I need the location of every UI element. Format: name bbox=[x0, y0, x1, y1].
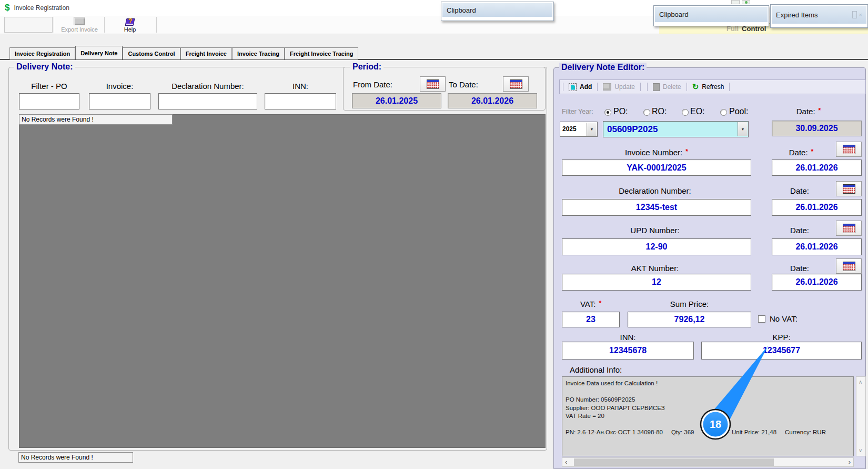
window-control-button[interactable] bbox=[731, 0, 740, 4]
info-line: Invoice Data used for Calculation ! bbox=[566, 380, 850, 388]
info-horizontal-scrollbar[interactable]: ‹ › bbox=[562, 457, 854, 467]
eo-radio[interactable] bbox=[682, 109, 689, 116]
upd-date-calendar-button[interactable] bbox=[836, 221, 862, 236]
akt-number-input[interactable]: 12 bbox=[562, 274, 751, 291]
help-button[interactable]: ? Help bbox=[106, 17, 154, 33]
scroll-left-icon[interactable]: ‹ bbox=[565, 458, 567, 466]
ro-radio[interactable] bbox=[643, 109, 650, 116]
upd-date-input[interactable]: 26.01.2026 bbox=[772, 238, 862, 255]
vat-input[interactable]: 23 bbox=[562, 312, 620, 327]
inn-input[interactable]: 12345678 bbox=[562, 342, 694, 360]
records-grid[interactable] bbox=[19, 114, 546, 448]
delivery-note-group: Delivery Note: Filter - PO Invoice: Decl… bbox=[8, 67, 547, 451]
delete-label: Delete bbox=[663, 83, 681, 91]
pool-radio-label: Pool: bbox=[729, 107, 748, 116]
additional-info-textarea[interactable]: Invoice Data used for Calculation ! PO N… bbox=[562, 376, 854, 456]
info-line bbox=[566, 421, 850, 429]
ro-radio-label: RO: bbox=[652, 107, 667, 116]
declaration-date-input[interactable]: 26.01.2026 bbox=[772, 199, 862, 216]
help-label: Help bbox=[124, 26, 136, 33]
window-title: Invoice Registration bbox=[14, 4, 69, 12]
tab-freight-invoice[interactable]: Freight Invoice bbox=[180, 47, 232, 59]
invoice-filter-input[interactable] bbox=[89, 93, 150, 109]
from-date-calendar-button[interactable] bbox=[420, 76, 446, 92]
clipboard-panel[interactable]: Clipboard bbox=[441, 2, 554, 21]
to-date-value[interactable]: 26.01.2026 bbox=[448, 93, 537, 108]
tab-freight-invoice-tracing[interactable]: Freight Invoice Tracing bbox=[285, 47, 358, 59]
window-control-button[interactable] bbox=[742, 0, 750, 4]
scroll-up-icon[interactable]: ∧ bbox=[859, 378, 862, 386]
update-button[interactable]: Update bbox=[601, 83, 637, 91]
delete-button[interactable]: Delete bbox=[651, 83, 683, 91]
add-button[interactable]: Add bbox=[567, 83, 594, 91]
calendar-icon bbox=[843, 224, 855, 233]
info-line: Supplier: ООО РАПАРТ СЕРВИСЕЗ bbox=[566, 404, 850, 413]
akt-number-label: AKT Number: bbox=[562, 264, 751, 273]
declaration-number-label: Declaration Number: bbox=[562, 186, 751, 195]
divider bbox=[104, 17, 105, 33]
clipboard-panel-2[interactable]: Clipboard bbox=[653, 5, 769, 26]
info-vertical-scrollbar[interactable]: ∧ ∨ bbox=[856, 376, 866, 456]
invoice-date-calendar-button[interactable] bbox=[836, 142, 862, 157]
declaration-date-calendar-button[interactable] bbox=[836, 181, 862, 196]
divider bbox=[729, 83, 730, 91]
info-line: PN: 2.6-12-Ан.Окс-ОСТ 1 34098-80 Qty: 36… bbox=[566, 428, 850, 437]
no-vat-label: No VAT: bbox=[770, 314, 798, 323]
from-date-label: From Date: bbox=[353, 80, 411, 89]
scroll-down-icon[interactable]: ∨ bbox=[859, 446, 862, 455]
sum-price-label: Sum Price: bbox=[628, 300, 751, 308]
no-vat-checkbox[interactable] bbox=[758, 315, 765, 323]
divider bbox=[54, 17, 54, 33]
refresh-button[interactable]: ↻ Refresh bbox=[690, 83, 726, 91]
period-group: Period: From Date: 26.01.2025 To Date: 2… bbox=[343, 67, 546, 111]
maximize-icon[interactable] bbox=[852, 11, 857, 18]
akt-date-calendar-button[interactable] bbox=[836, 258, 862, 274]
tab-invoice-tracing[interactable]: Invoice Tracing bbox=[232, 47, 285, 59]
invoice-date-label: Date:* bbox=[772, 148, 830, 157]
tab-bar: Invoice Registration Delivery Note Custo… bbox=[9, 47, 358, 59]
clipboard-panel-title: Clipboard bbox=[659, 11, 689, 18]
export-invoice-button[interactable]: Export Invoice bbox=[56, 17, 103, 33]
invoice-filter-label: Invoice: bbox=[89, 82, 150, 91]
close-icon[interactable]: × bbox=[859, 12, 862, 18]
po-date-value[interactable]: 30.09.2025 bbox=[772, 121, 862, 136]
tab-invoice-registration[interactable]: Invoice Registration bbox=[9, 47, 75, 59]
from-date-value[interactable]: 26.01.2025 bbox=[352, 93, 441, 108]
window-controls[interactable]: × bbox=[852, 12, 863, 18]
po-combobox[interactable]: 05609P2025 ▼ bbox=[603, 121, 749, 137]
declaration-filter-input[interactable] bbox=[158, 93, 257, 109]
calendar-icon bbox=[843, 184, 855, 194]
filter-po-input[interactable] bbox=[19, 93, 79, 109]
divider bbox=[647, 83, 648, 91]
help-book-icon: ? bbox=[125, 18, 135, 26]
kpp-input[interactable]: 12345677 bbox=[701, 342, 862, 360]
inn-filter-input[interactable] bbox=[265, 93, 336, 109]
update-label: Update bbox=[614, 83, 635, 91]
sum-price-input[interactable]: 7926,12 bbox=[628, 312, 751, 327]
blank-toolbar-button[interactable] bbox=[4, 17, 53, 33]
tab-delivery-note[interactable]: Delivery Note bbox=[75, 46, 123, 59]
chevron-down-icon[interactable]: ▼ bbox=[738, 122, 748, 136]
upd-number-input[interactable]: 12-90 bbox=[562, 238, 751, 255]
refresh-label: Refresh bbox=[702, 83, 724, 91]
expired-items-panel[interactable]: Expired Items × bbox=[770, 4, 868, 28]
to-date-calendar-button[interactable] bbox=[503, 76, 529, 92]
info-line: PO Number: 05609P2025 bbox=[566, 396, 850, 404]
invoice-number-input[interactable]: YAK-0001/2025 bbox=[562, 159, 751, 176]
tab-customs-control[interactable]: Customs Control bbox=[123, 47, 180, 59]
chevron-down-icon[interactable]: ▼ bbox=[587, 123, 597, 136]
po-radio[interactable] bbox=[604, 109, 611, 116]
pool-radio[interactable] bbox=[720, 109, 727, 116]
upd-date-label: Date: bbox=[772, 226, 830, 235]
year-value: 2025 bbox=[562, 125, 577, 133]
declaration-date-label: Date: bbox=[772, 186, 830, 195]
calendar-icon bbox=[510, 79, 522, 89]
period-group-title: Period: bbox=[350, 62, 383, 72]
akt-date-input[interactable]: 26.01.2026 bbox=[772, 274, 862, 291]
invoice-date-input[interactable]: 26.01.2026 bbox=[772, 159, 862, 176]
declaration-number-input[interactable]: 12345-test bbox=[562, 199, 751, 216]
add-icon bbox=[569, 83, 577, 91]
scrollbar-thumb[interactable] bbox=[574, 458, 774, 466]
scroll-right-icon[interactable]: › bbox=[849, 458, 851, 466]
year-combobox[interactable]: 2025 ▼ bbox=[560, 122, 598, 137]
